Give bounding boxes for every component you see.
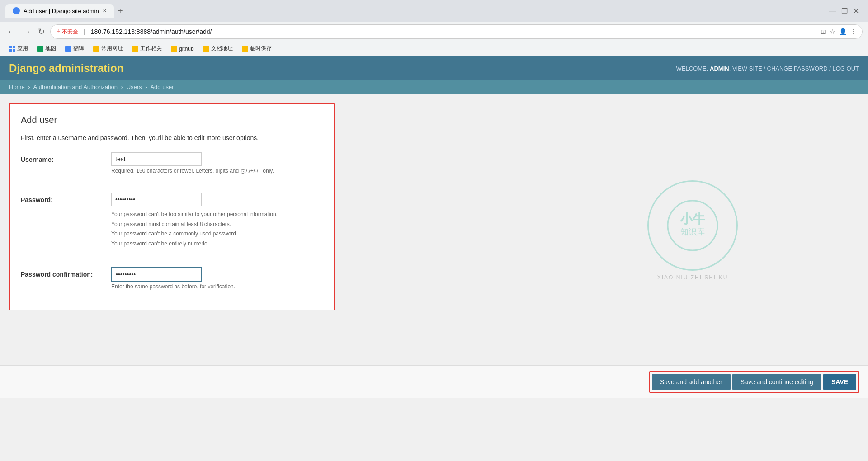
password-confirm-input[interactable]	[111, 267, 202, 282]
bookmark-common-sites-label: 常用网址	[101, 45, 123, 52]
profile-icon[interactable]: 👤	[839, 28, 847, 35]
bookmark-maps[interactable]: 地图	[33, 44, 60, 53]
sep2: /	[829, 65, 831, 72]
warning-icon: ⚠	[56, 28, 61, 35]
menu-icon[interactable]: ⋮	[850, 28, 857, 35]
password-confirm-row: Password confirmation: Enter the same pa…	[21, 267, 323, 299]
svg-rect-3	[13, 49, 15, 52]
breadcrumb-sep2: ›	[121, 84, 123, 90]
new-tab-button[interactable]: +	[114, 6, 127, 16]
tab-title: Add user | Django site admin	[24, 8, 99, 14]
password-hints: Your password can't be too similar to yo…	[111, 210, 323, 249]
back-button[interactable]: ←	[5, 25, 17, 38]
bookmark-icon[interactable]: ☆	[830, 28, 835, 35]
username-row: Username: Required. 150 characters or fe…	[21, 152, 323, 183]
username-input[interactable]	[111, 152, 202, 166]
docs-icon	[203, 46, 209, 52]
translate-icon[interactable]: ⊡	[821, 28, 826, 35]
breadcrumb-users[interactable]: Users	[127, 84, 142, 90]
save-continue-editing-button[interactable]: Save and continue editing	[732, 374, 821, 390]
tab-favicon	[13, 7, 20, 14]
bookmark-github[interactable]: github	[167, 45, 198, 53]
password-confirm-help: Enter the same password as before, for v…	[111, 283, 323, 290]
admin-site-title: Django administration	[9, 62, 123, 75]
bookmark-maps-label: 地图	[45, 45, 56, 52]
window-close-button[interactable]: ✕	[853, 7, 859, 15]
github-icon	[171, 46, 177, 52]
password-row: Password: Your password can't be too sim…	[21, 193, 323, 258]
breadcrumb-auth[interactable]: Authentication and Authorization	[33, 84, 118, 90]
main-content: Add user First, enter a username and pas…	[0, 94, 868, 365]
breadcrumb-sep1: ›	[28, 84, 30, 90]
tab-close-button[interactable]: ×	[103, 7, 107, 15]
password-hint-2: Your password must contain at least 8 ch…	[111, 220, 323, 230]
bookmark-apps[interactable]: 应用	[5, 44, 32, 53]
password-input-area: Your password can't be too similar to yo…	[111, 193, 323, 249]
form-title: Add user	[21, 115, 323, 125]
view-site-link[interactable]: VIEW SITE	[732, 65, 762, 72]
breadcrumb-home[interactable]: Home	[9, 84, 25, 90]
bookmark-work[interactable]: 工作相关	[128, 44, 165, 53]
forward-button[interactable]: →	[21, 25, 33, 38]
svg-rect-2	[9, 49, 12, 52]
bookmarks-bar: 应用 地图 翻译 常用网址 工作相关 github 文档地址 临时保存	[0, 42, 868, 56]
temp-icon	[242, 46, 248, 52]
password-hint-1: Your password can't be too similar to yo…	[111, 210, 323, 220]
browser-tab[interactable]: Add user | Django site admin ×	[5, 4, 114, 18]
admin-username: ADMIN	[710, 65, 729, 72]
svg-rect-1	[13, 46, 15, 48]
form-description: First, enter a username and password. Th…	[21, 134, 323, 141]
security-text: 不安全	[62, 28, 78, 36]
username-help: Required. 150 characters or fewer. Lette…	[111, 168, 323, 174]
password-confirm-input-area: Enter the same password as before, for v…	[111, 267, 323, 290]
address-text: 180.76.152.113:8888/admin/auth/user/add/	[91, 28, 817, 35]
translate-favicon	[65, 46, 71, 52]
password-hint-4: Your password can't be entirely numeric.	[111, 239, 323, 249]
password-input[interactable]	[111, 193, 202, 206]
browser-controls: ← → ↻ ⚠ 不安全 | 180.76.152.113:8888/admin/…	[0, 22, 868, 42]
browser-chrome: Add user | Django site admin × + — ❐ ✕ ←…	[0, 0, 868, 56]
password-hint-3: Your password can't be a commonly used p…	[111, 229, 323, 239]
password-label: Password:	[21, 193, 111, 203]
address-bar[interactable]: ⚠ 不安全 | 180.76.152.113:8888/admin/auth/u…	[50, 24, 863, 39]
reload-button[interactable]: ↻	[36, 25, 47, 38]
breadcrumb-bar: Home › Authentication and Authorization …	[0, 80, 868, 94]
common-sites-icon	[93, 46, 99, 52]
save-add-another-button[interactable]: Save and add another	[652, 374, 731, 390]
welcome-prefix: WELCOME,	[676, 65, 708, 72]
breadcrumb-current: Add user	[150, 84, 174, 90]
password-confirm-label: Password confirmation:	[21, 267, 111, 278]
admin-header: Django administration WELCOME, ADMIN. VI…	[0, 56, 868, 80]
bookmark-work-label: 工作相关	[140, 45, 162, 52]
log-out-link[interactable]: LOG OUT	[832, 65, 859, 72]
bookmark-temp-label: 临时保存	[250, 45, 272, 52]
window-maximize-button[interactable]: ❐	[841, 7, 848, 15]
apps-grid-icon	[9, 46, 15, 52]
breadcrumb-sep3: ›	[145, 84, 147, 90]
bottom-toolbar: Save and add another Save and continue e…	[0, 365, 868, 398]
add-user-form-container: Add user First, enter a username and pas…	[9, 103, 335, 310]
username-label: Username:	[21, 152, 111, 163]
svg-rect-0	[9, 46, 12, 48]
bookmark-docs-label: 文档地址	[211, 45, 233, 52]
bookmark-common-sites[interactable]: 常用网址	[90, 44, 127, 53]
admin-user-info: WELCOME, ADMIN. VIEW SITE / CHANGE PASSW…	[676, 65, 859, 72]
security-warning: ⚠ 不安全	[56, 28, 78, 36]
bookmark-apps-label: 应用	[17, 45, 28, 52]
address-icons: ⊡ ☆ 👤 ⋮	[821, 28, 857, 35]
bookmark-translate[interactable]: 翻译	[61, 44, 88, 53]
save-button-group: Save and add another Save and continue e…	[649, 371, 859, 393]
browser-titlebar: Add user | Django site admin × + — ❐ ✕	[0, 0, 868, 22]
bookmark-docs[interactable]: 文档地址	[199, 44, 236, 53]
bookmark-github-label: github	[179, 46, 194, 52]
bookmark-temp[interactable]: 临时保存	[238, 44, 275, 53]
bookmark-translate-label: 翻译	[73, 45, 84, 52]
change-password-link[interactable]: CHANGE PASSWORD	[767, 65, 828, 72]
maps-icon	[37, 46, 43, 52]
work-icon	[132, 46, 138, 52]
sep1: /	[764, 65, 765, 72]
window-minimize-button[interactable]: —	[829, 7, 836, 15]
save-button[interactable]: SAVE	[823, 374, 856, 390]
username-input-area: Required. 150 characters or fewer. Lette…	[111, 152, 323, 174]
